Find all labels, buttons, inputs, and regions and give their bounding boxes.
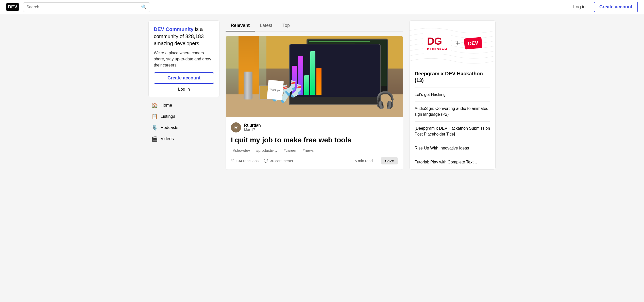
article-title[interactable]: I quit my job to make free web tools <box>231 136 398 145</box>
feed-tabs: Relevant Latest Top <box>226 20 403 32</box>
sidebar-description: We're a place where coders share, stay u… <box>154 50 214 68</box>
videos-icon: 🎬 <box>151 136 158 142</box>
hackathon-links: Deepgram x DEV Hackathon (13) Let's get … <box>410 66 495 169</box>
dg-svg: DG <box>427 36 442 46</box>
page-layout: DEV Community is a community of 828,183 … <box>144 14 500 176</box>
article-body: R Ruurtjan Mar 17 I quit my job to make … <box>226 117 403 170</box>
article-cover-image: 🧦 🧦 🎧 Thank you <box>226 36 403 117</box>
author-date: Mar 17 <box>244 128 261 132</box>
tag-career[interactable]: #career <box>282 148 299 153</box>
laptop-screen <box>290 44 380 97</box>
sidebar-nav-home-label: Home <box>161 103 172 108</box>
socks-emoji2: 🧦 <box>283 80 304 98</box>
dev-logo[interactable]: DEV <box>6 3 19 11</box>
laptop <box>289 44 381 105</box>
listings-icon: 📋 <box>151 113 158 120</box>
hackathon-link-1[interactable]: Let's get Hacking <box>415 92 490 97</box>
header-login-link[interactable]: Log in <box>569 2 590 12</box>
tab-relevant[interactable]: Relevant <box>226 20 255 31</box>
article-tags: #showdev #productivity #career #news <box>231 148 398 153</box>
deepgram-logo: DG DEEPGRAM <box>423 33 451 54</box>
dev-badge: DEV <box>464 37 482 49</box>
sidebar-item-podcasts[interactable]: 🎙️ Podcasts <box>148 123 219 133</box>
tag-news[interactable]: #news <box>301 148 316 153</box>
sidebar-item-home[interactable]: 🏠 Home <box>148 100 219 110</box>
hackathon-link-3[interactable]: [Deepgram x DEV Hackathon Submission Pos… <box>415 126 490 137</box>
hackathon-link-4[interactable]: Rise Up With Innovative Ideas <box>415 145 490 151</box>
comments-count[interactable]: 💬 30 comments <box>264 159 293 163</box>
hackathon-link-2[interactable]: AudioSign: Converting audio to animated … <box>415 106 490 117</box>
sidebar-nav-listings-label: Listings <box>161 114 175 119</box>
search-bar[interactable]: 🔍 <box>23 2 150 12</box>
hackathon-logos: DG DEEPGRAM + DEV <box>423 33 482 54</box>
search-input[interactable] <box>26 5 139 9</box>
thermos <box>244 72 252 99</box>
main-feed: Relevant Latest Top <box>226 20 403 170</box>
hackathon-title[interactable]: Deepgram x DEV Hackathon (13) <box>415 70 490 83</box>
divider <box>415 88 490 88</box>
read-time: 5 min read <box>355 159 373 163</box>
avatar-initial: R <box>234 125 238 130</box>
hackathon-link-5[interactable]: Tutorial: Play with Complete Text... <box>415 159 490 165</box>
reactions-count[interactable]: ♡ 134 reactions <box>231 159 259 163</box>
save-button[interactable]: Save <box>381 157 398 164</box>
brand-name: DEV Community <box>154 26 194 32</box>
sidebar-nav-podcasts-label: Podcasts <box>161 125 178 130</box>
divider5 <box>415 155 490 155</box>
sidebar-community-card: DEV Community is a community of 828,183 … <box>148 20 219 97</box>
article-card: 🧦 🧦 🎧 Thank you R Ruurtjan Mar 17 <box>226 36 403 170</box>
sidebar-tagline: DEV Community is a community of 828,183 … <box>154 26 214 47</box>
tab-top[interactable]: Top <box>277 20 295 31</box>
reactions-label: 134 reactions <box>236 159 259 163</box>
svg-text:DG: DG <box>427 36 442 46</box>
sidebar-item-listings[interactable]: 📋 Listings <box>148 111 219 122</box>
plus-icon: + <box>455 39 460 48</box>
header: DEV 🔍 Log in Create account <box>0 0 644 14</box>
heart-icon: ♡ <box>231 159 234 163</box>
deepgram-dg-text: DG <box>427 36 447 48</box>
right-sidebar: DG DEEPGRAM + DEV Deepgram x DEV Hackath… <box>409 20 496 170</box>
author-row: R Ruurtjan Mar 17 <box>231 122 398 132</box>
sidebar-item-videos[interactable]: 🎬 Videos <box>148 134 219 144</box>
home-icon: 🏠 <box>151 102 158 108</box>
deepgram-sub-label: DEEPGRAM <box>427 48 447 51</box>
sidebar-nav-videos-label: Videos <box>161 136 174 141</box>
header-create-account-button[interactable]: Create account <box>594 2 638 12</box>
thank-you-card: Thank you <box>267 80 284 100</box>
tab-latest[interactable]: Latest <box>255 20 277 31</box>
article-meta: ♡ 134 reactions 💬 30 comments 5 min read… <box>231 157 398 164</box>
podcasts-icon: 🎙️ <box>151 125 158 131</box>
sidebar-create-account-button[interactable]: Create account <box>154 72 214 84</box>
author-name[interactable]: Ruurtjan <box>244 123 261 128</box>
hackathon-card: DG DEEPGRAM + DEV Deepgram x DEV Hackath… <box>409 20 496 170</box>
divider3 <box>415 121 490 122</box>
comments-label: 30 comments <box>270 159 293 163</box>
sidebar-nav: 🏠 Home 📋 Listings 🎙️ Podcasts 🎬 Videos <box>148 100 219 144</box>
sidebar-login-link[interactable]: Log in <box>154 87 214 92</box>
divider4 <box>415 141 490 141</box>
left-sidebar: DEV Community is a community of 828,183 … <box>148 20 219 170</box>
search-icon: 🔍 <box>141 4 147 10</box>
tag-productivity[interactable]: #productivity <box>254 148 280 153</box>
author-info: Ruurtjan Mar 17 <box>244 123 261 132</box>
divider2 <box>415 102 490 102</box>
hackathon-header: DG DEEPGRAM + DEV <box>410 21 495 66</box>
tag-showdev[interactable]: #showdev <box>231 148 252 153</box>
comment-icon: 💬 <box>264 159 268 163</box>
author-avatar: R <box>231 122 241 132</box>
headphones-emoji: 🎧 <box>375 91 395 110</box>
